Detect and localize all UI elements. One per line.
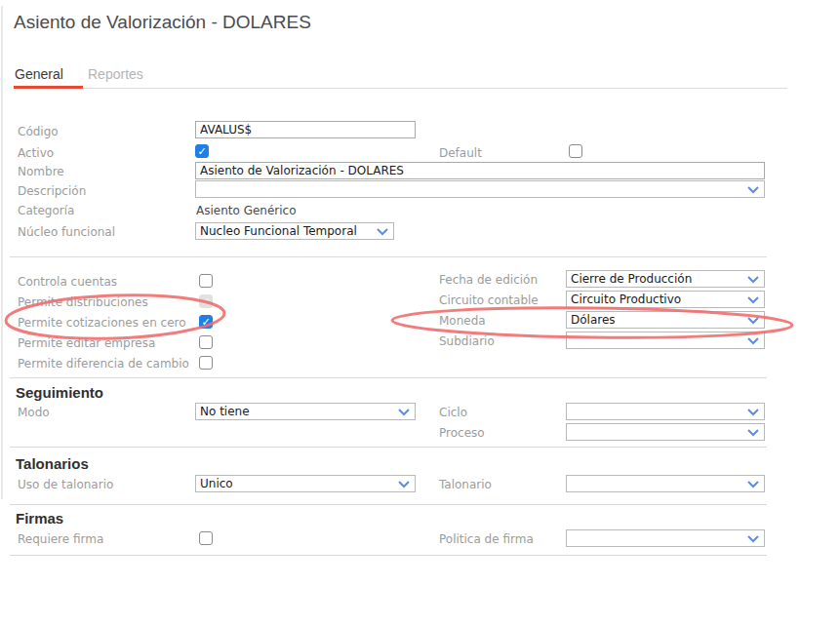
chevron-down-icon [747,429,759,437]
categoria-value: Asiento Genérico [196,204,297,217]
activo-label: Activo [18,146,54,161]
chevron-down-icon [747,481,759,488]
chevron-down-icon [747,535,759,543]
permite-diferencia-cambio-checkbox[interactable] [199,356,213,370]
moneda-label: Moneda [439,314,486,329]
categoria-label: Categoría [18,204,74,218]
chevron-down-icon [747,337,759,345]
moneda-select-value: Dólares [571,313,616,327]
section-divider [10,377,767,378]
fecha-edicion-select[interactable]: Cierre de Producción [566,270,765,288]
section-divider [10,504,767,505]
chevron-down-icon [747,296,759,304]
page-title: Asiento de Valorización - DOLARES [14,12,311,33]
circuito-contable-label: Circuito contable [439,293,539,308]
active-tab-underline [14,86,83,89]
nombre-input[interactable] [195,162,765,179]
permite-cotizaciones-checkbox[interactable] [199,315,213,329]
activo-checkbox[interactable] [195,144,209,158]
uso-talonario-label: Uso de talonario [18,478,113,492]
tab-separator-line [14,88,787,89]
nucleo-funcional-select[interactable]: Nucleo Funcional Temporal [195,222,394,240]
nucleo-funcional-select-value: Nucleo Funcional Temporal [200,224,357,238]
chevron-down-icon [398,409,410,416]
valuation-entry-form-window: Asiento de Valorización - DOLARES Genera… [0,0,840,625]
modo-label: Modo [18,406,50,420]
subdiario-select[interactable] [566,332,765,349]
proceso-label: Proceso [439,426,485,441]
requiere-firma-label: Requiere firma [18,532,103,547]
modo-select-value: No tiene [200,405,250,418]
section-divider [10,256,767,257]
requiere-firma-checkbox[interactable] [199,531,213,545]
politica-firma-label: Politica de firma [439,532,534,547]
circuito-contable-select[interactable]: Circuito Productivo [566,291,765,308]
default-label: Default [439,146,482,161]
panel-left-border [1,6,3,499]
politica-firma-select[interactable] [566,529,765,547]
permite-distribuciones-label: Permite distribuciones [18,295,148,310]
nucleo-funcional-label: Núcleo funcional [18,225,115,240]
talonario-label: Talonario [439,478,492,492]
permite-editar-empresa-checkbox[interactable] [199,335,213,349]
controla-cuentas-checkbox[interactable] [199,274,213,288]
tab-general[interactable]: General [15,66,63,82]
fecha-edicion-label: Fecha de edición [439,273,538,288]
firmas-heading: Firmas [16,510,63,527]
chevron-down-icon [747,276,759,284]
section-divider [10,447,767,448]
chevron-down-icon [377,228,388,236]
circuito-contable-select-value: Circuito Productivo [571,293,681,306]
fecha-edicion-select-value: Cierre de Producción [571,272,692,286]
uso-talonario-select-value: Unico [200,477,233,490]
codigo-input[interactable] [195,121,416,138]
permite-distribuciones-checkbox [199,294,213,308]
controla-cuentas-label: Controla cuentas [18,275,117,290]
default-checkbox[interactable] [569,144,582,158]
descripcion-label: Descripción [18,184,86,199]
tab-reportes[interactable]: Reportes [88,66,143,82]
subdiario-label: Subdiario [439,334,495,349]
section-divider [10,555,767,556]
uso-talonario-select[interactable]: Unico [195,475,416,492]
chevron-down-icon [747,409,759,416]
moneda-select[interactable]: Dólares [566,311,765,329]
modo-select[interactable]: No tiene [195,403,416,420]
permite-cotizaciones-label: Permite cotizaciones en cero [18,316,186,331]
chevron-down-icon [747,317,759,325]
chevron-down-icon [747,186,759,194]
ciclo-select[interactable] [566,403,765,420]
chevron-down-icon [398,481,410,488]
codigo-label: Código [18,125,59,139]
seguimiento-heading: Seguimiento [16,384,103,401]
ciclo-label: Ciclo [439,406,467,420]
talonarios-heading: Talonarios [16,455,89,472]
proceso-select[interactable] [566,423,765,441]
descripcion-select[interactable] [195,180,765,198]
permite-diferencia-cambio-label: Permite diferencia de cambio [18,357,189,371]
permite-editar-empresa-label: Permite editar empresa [18,336,155,351]
nombre-label: Nombre [18,165,64,179]
talonario-select[interactable] [566,475,765,492]
